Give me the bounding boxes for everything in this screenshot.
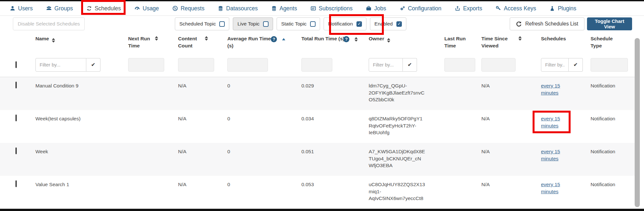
cell-content-count: N/A xyxy=(178,143,227,176)
row-checkbox[interactable] xyxy=(15,147,17,154)
gauge-icon xyxy=(134,5,140,11)
row-checkbox[interactable] xyxy=(15,180,17,187)
schedule-frequency-link[interactable]: every 15 minutes xyxy=(541,116,560,128)
name-filter-input[interactable] xyxy=(35,58,86,72)
nav-label: Usage xyxy=(143,5,159,12)
sync-icon xyxy=(86,5,92,11)
nav-label: Requests xyxy=(181,5,204,12)
column-label: Content Count xyxy=(178,36,197,48)
nav-item-access-keys[interactable]: Access Keys xyxy=(496,5,536,12)
sort-asc-icon[interactable] xyxy=(282,38,285,40)
briefcase-icon xyxy=(366,5,372,11)
nav-item-schedules[interactable]: Schedules xyxy=(86,5,121,12)
enabled-filter[interactable]: Enabled xyxy=(370,17,406,30)
schedule-frequency-link[interactable]: every 15 minutes xyxy=(541,83,560,95)
cell-name: Value Search 1 xyxy=(35,176,128,209)
nav-item-groups[interactable]: Groups xyxy=(46,5,73,12)
last-run-time-filter-disabled xyxy=(444,58,475,72)
cell-schedules: every 15 minutes xyxy=(541,110,591,143)
nav-item-configuration[interactable]: Configuration xyxy=(400,5,441,12)
column-header-owner[interactable]: Owner xyxy=(369,35,444,53)
column-header-time-since-viewed[interactable]: Time Since Viewed xyxy=(481,35,541,53)
nav-item-subscriptions[interactable]: Subscriptions xyxy=(310,5,353,12)
apply-schedules-filter-button[interactable]: ✔ xyxy=(569,58,583,72)
filter-label: Enabled xyxy=(374,21,393,27)
toggle-chart-view-button[interactable]: Toggle Chart View xyxy=(587,17,632,30)
cell-time-since-viewed: N/A xyxy=(481,77,541,110)
cell-owner: q8DIZMaRky5OF0PgY1RqtvOFeEyHckT2hY-IeBUo… xyxy=(369,110,444,143)
schedule-frequency-link[interactable]: every 15 minutes xyxy=(541,149,560,161)
column-header-schedules[interactable]: Schedules xyxy=(541,35,591,53)
schedules-filter-input[interactable] xyxy=(541,58,569,72)
column-label: Next Run Time xyxy=(128,36,150,48)
help-icon[interactable]: ? xyxy=(343,36,349,42)
notification-checkbox[interactable] xyxy=(356,21,362,27)
schedules-table: Name Next Run Time Content Count Average… xyxy=(0,32,638,209)
cell-time-since-viewed: N/A xyxy=(481,110,541,143)
cell-total-run-time: 0.053 xyxy=(301,176,369,209)
nav-item-plugins[interactable]: Plugins xyxy=(549,5,576,12)
refresh-schedules-button[interactable]: Refresh Schedules List xyxy=(510,17,584,30)
filter-label: Static Topic xyxy=(281,21,307,27)
column-header-next-run-time[interactable]: Next Run Time xyxy=(128,35,178,53)
sort-icon[interactable] xyxy=(387,38,390,43)
sort-icon[interactable] xyxy=(355,37,358,42)
sort-icon[interactable] xyxy=(155,36,158,41)
nav-item-datasources[interactable]: Datasources xyxy=(218,5,258,12)
nav-label: Subscriptions xyxy=(319,5,353,12)
column-label: Schedules xyxy=(541,36,566,41)
static-topic-checkbox[interactable] xyxy=(310,21,316,27)
cell-schedules: every 15 minutes xyxy=(541,176,591,209)
enabled-checkbox[interactable] xyxy=(396,21,402,27)
cell-last-run-time xyxy=(444,143,481,176)
nav-label: Users xyxy=(18,5,33,12)
user-icon xyxy=(10,5,15,11)
filter-label: Scheduled Topic xyxy=(179,21,216,27)
vertical-scrollbar-thumb[interactable] xyxy=(635,38,640,207)
nav-item-jobs[interactable]: Jobs xyxy=(366,5,386,12)
sort-icon[interactable] xyxy=(518,36,522,41)
help-icon[interactable]: ? xyxy=(271,36,277,42)
row-checkbox[interactable] xyxy=(15,115,17,121)
column-header-schedule-type[interactable]: Schedule Type xyxy=(591,35,631,53)
disable-selected-schedules-button[interactable]: Disable Selected Schedules xyxy=(13,17,85,30)
nav-item-usage[interactable]: Usage xyxy=(134,5,159,12)
scheduled-topic-filter[interactable]: Scheduled Topic xyxy=(175,17,229,30)
nav-item-exports[interactable]: Exports xyxy=(455,5,482,12)
live-topic-filter[interactable]: Live Topic xyxy=(233,17,273,30)
topic-filter-group: Scheduled Topic Live Topic Static Topic … xyxy=(175,17,406,30)
column-header-average-run-time[interactable]: Average Run Time (s)? xyxy=(227,35,301,53)
cell-total-run-time: 0.034 xyxy=(301,110,369,143)
schedule-frequency-link[interactable]: every 15 minutes xyxy=(541,182,560,194)
table-row: Week(test capsules) N/A 0 0.034 q8DIZMaR… xyxy=(0,110,638,143)
row-checkbox[interactable] xyxy=(15,82,17,88)
column-header-total-run-time[interactable]: Total Run Time (s)? xyxy=(301,35,369,53)
sort-icon[interactable] xyxy=(205,36,208,41)
scheduled-topic-checkbox[interactable] xyxy=(219,21,225,27)
cell-last-run-time xyxy=(444,110,481,143)
table-filter-row: ✔ ✔ ✔ xyxy=(0,53,638,77)
notification-topic-filter[interactable]: Notification xyxy=(324,17,366,30)
filter-label: Notification xyxy=(328,21,353,27)
select-column-header xyxy=(13,35,35,53)
apply-owner-filter-button[interactable]: ✔ xyxy=(403,58,417,72)
cell-average-run-time: 0 xyxy=(227,110,301,143)
apply-name-filter-button[interactable]: ✔ xyxy=(86,58,100,72)
cell-next-run-time xyxy=(128,176,178,209)
select-all-checkbox[interactable] xyxy=(15,61,17,68)
live-topic-checkbox[interactable] xyxy=(263,21,269,27)
nav-label: Datasources xyxy=(226,5,258,12)
nav-item-users[interactable]: Users xyxy=(10,5,33,12)
static-topic-filter[interactable]: Static Topic xyxy=(277,17,320,30)
nav-item-agents[interactable]: Agents xyxy=(271,5,297,12)
column-header-content-count[interactable]: Content Count xyxy=(178,35,227,53)
column-header-last-run-time[interactable]: Last Run Time xyxy=(444,35,481,53)
column-header-name[interactable]: Name xyxy=(35,35,128,53)
column-label: Time Since Viewed xyxy=(481,36,508,48)
cell-schedules: every 15 minutes xyxy=(541,143,591,176)
sort-icon[interactable] xyxy=(52,38,55,43)
nav-item-requests[interactable]: Requests xyxy=(172,5,204,12)
owner-filter-input[interactable] xyxy=(369,58,403,72)
refresh-label: Refresh Schedules List xyxy=(525,21,578,27)
column-label: Owner xyxy=(369,36,384,41)
